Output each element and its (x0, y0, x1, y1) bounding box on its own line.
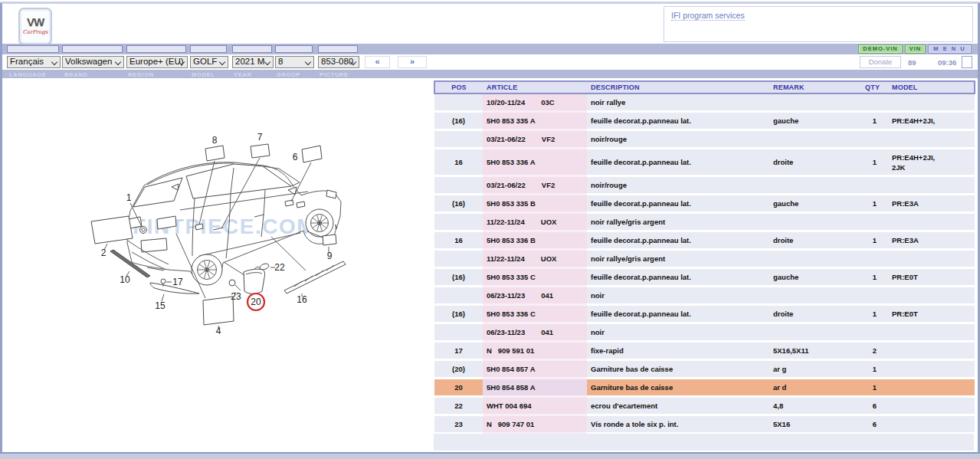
table-row[interactable]: 23 N 909 747 01 Vis ronde a tole six p. … (434, 415, 975, 434)
cell-qty: 1 (861, 379, 888, 397)
callout-22[interactable]: 22 (274, 262, 285, 273)
cell-qty: 6 (861, 415, 888, 434)
callout-2[interactable]: 2 (101, 248, 107, 258)
table-row[interactable]: 10/20-11/24 03C noir rallye (434, 93, 975, 112)
input-group[interactable] (275, 45, 313, 53)
cell-description: feuille decorat.p.panneau lat. (587, 268, 769, 287)
label-year: YEAR (234, 71, 252, 78)
brand-logo-sub: CarProgs (20, 29, 51, 35)
table-row[interactable]: (16) 5H0 853 335 A feuille decorat.p.pan… (434, 112, 975, 130)
table-row[interactable]: 03/21-06/22 VF2 noir/rouge (434, 176, 975, 195)
label-group: GROUP (277, 71, 300, 78)
table-row[interactable]: 06/23-11/23 041 noir (434, 287, 975, 305)
next-picture-button[interactable]: » (398, 56, 427, 68)
cell-article: 03/21-06/22 VF2 (483, 130, 587, 149)
chevron-down-icon (305, 59, 311, 65)
cell-article: 5H0 853 336 C (483, 305, 587, 323)
callout-6[interactable]: 6 (293, 152, 298, 162)
input-picture[interactable] (318, 45, 358, 53)
select-picture[interactable]: 853-080 (318, 56, 359, 68)
cell-article: 5H0 853 336 A (483, 149, 587, 176)
callout-10[interactable]: 10 (120, 274, 130, 285)
select-year[interactable]: 2021 M (232, 56, 274, 68)
cell-article: 03/21-06/22 VF2 (483, 176, 587, 195)
input-region[interactable] (126, 45, 186, 53)
cell-article: 5H0 853 335 B (483, 195, 587, 213)
cell-qty: 6 (861, 397, 888, 415)
select-group-value: 8 (278, 57, 283, 66)
callout-16[interactable]: 16 (297, 294, 307, 305)
select-brand[interactable]: Volkswagen (62, 56, 124, 68)
cell-pos: 22 (434, 397, 483, 415)
cell-description: Vis ronde a tole six p. int. (587, 415, 769, 434)
cell-article: N 909 747 01 (483, 415, 587, 434)
donate-button[interactable]: Donate (860, 56, 901, 68)
table-row[interactable]: 11/22-11/24 UOX noir rallye/gris argent (434, 250, 975, 268)
ifi-program-services-link[interactable]: IFI program services (671, 11, 745, 21)
table-row[interactable]: 22 WHT 004 694 ecrou d'ecartement 4,8 6 (434, 397, 975, 415)
cell-description: noir rallye/gris argent (587, 213, 769, 231)
table-row[interactable]: (16) 5H0 853 335 C feuille decorat.p.pan… (434, 268, 975, 287)
callout-20[interactable]: 20 (251, 297, 261, 307)
menu-button[interactable]: M E N U (928, 44, 972, 54)
cell-remark (769, 287, 861, 305)
callout-8[interactable]: 8 (212, 135, 218, 146)
cell-article: 5H0 853 335 A (483, 112, 587, 130)
label-model: MODEL (192, 71, 215, 78)
cell-remark (769, 176, 861, 195)
app-window: VW CarProgs IFI program services DEMO-VI… (0, 0, 980, 459)
cell-qty: 1 (861, 231, 888, 250)
parts-table-header: POS ARTICLE DESCRIPTION REMARK QTY MODEL (434, 81, 975, 93)
cell-model (888, 415, 975, 434)
input-year[interactable] (232, 45, 272, 53)
cell-pos (434, 287, 483, 305)
callout-23[interactable]: 23 (231, 291, 241, 302)
callout-17[interactable]: 17 (172, 277, 183, 287)
mini-input[interactable] (962, 56, 972, 68)
cell-model (888, 342, 975, 360)
callout-15[interactable]: 15 (155, 300, 166, 311)
table-row[interactable]: 06/23-11/23 041 noir (434, 323, 975, 342)
window-status-strip (0, 454, 980, 459)
table-row[interactable]: 20 5H0 854 858 A Garniture bas de caisse… (434, 379, 975, 397)
cell-model (888, 323, 975, 342)
table-row[interactable]: 16 5H0 853 336 A feuille decorat.p.panne… (434, 149, 975, 176)
vin-button[interactable]: VIN (905, 44, 926, 54)
col-pos: POS (434, 81, 483, 93)
cell-model: PR:E4H+2JI,2JK (888, 149, 975, 176)
cell-article: 06/23-11/23 041 (483, 287, 587, 305)
callout-9[interactable]: 9 (327, 251, 333, 261)
select-region[interactable]: Europe+ (EU) (126, 56, 188, 68)
cell-model: PR:E3A (888, 231, 975, 250)
table-row[interactable]: (16) 5H0 853 336 C feuille decorat.p.pan… (434, 305, 975, 323)
table-row[interactable]: 17 N 909 591 01 fixe-rapid 5X16,5X11 2 (434, 342, 975, 360)
cell-qty: 2 (861, 342, 888, 360)
table-row[interactable]: (16) 5H0 853 335 B feuille decorat.p.pan… (434, 195, 975, 213)
cell-qty (861, 250, 888, 268)
cell-pos: (16) (434, 305, 483, 323)
select-group[interactable]: 8 (275, 56, 314, 68)
window-top-strip (0, 2, 980, 4)
cell-pos: (20) (434, 360, 483, 379)
select-year-value: 2021 M (235, 57, 264, 66)
cell-pos: 16 (434, 231, 483, 250)
table-row[interactable]: 03/21-06/22 VF2 noir/rouge (434, 130, 975, 149)
cell-pos: (16) (434, 112, 483, 130)
cell-remark: droite (769, 305, 861, 323)
input-brand[interactable] (62, 45, 123, 53)
select-language[interactable]: Français (7, 56, 61, 68)
table-row[interactable]: (20) 5H0 854 857 A Garniture bas de cais… (434, 360, 975, 379)
previous-picture-button[interactable]: « (365, 56, 390, 68)
callout-4[interactable]: 4 (216, 326, 221, 336)
callout-1[interactable]: 1 (126, 192, 132, 203)
input-language[interactable] (7, 45, 59, 53)
table-row[interactable]: 11/22-11/24 UOX noir rallye/gris argent (434, 213, 975, 231)
callout-7[interactable]: 7 (257, 132, 263, 143)
table-row[interactable]: 16 5H0 853 336 B feuille decorat.p.panne… (434, 231, 975, 250)
label-brand: BRAND (64, 71, 88, 78)
select-model[interactable]: GOLF (190, 56, 228, 68)
brand-logo[interactable]: VW CarProgs (18, 8, 52, 45)
input-model[interactable] (190, 45, 227, 53)
cell-remark: gauche (769, 112, 861, 130)
demo-vin-button[interactable]: DEMO-VIN (858, 44, 903, 54)
